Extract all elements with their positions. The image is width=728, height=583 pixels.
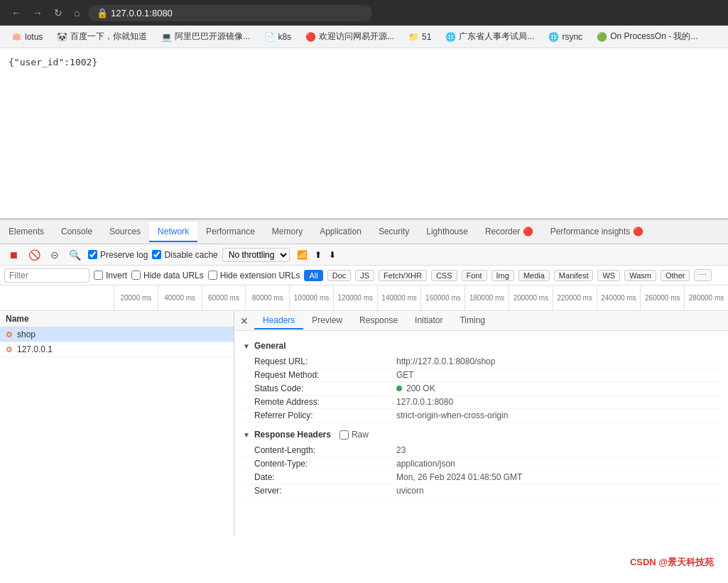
response-headers-rows: Content-Length: 23 Content-Type: applica…: [243, 444, 719, 498]
preserve-log-checkbox[interactable]: [88, 250, 97, 259]
bookmark-k8s[interactable]: 📄 k8s: [259, 31, 297, 43]
detail-tab-response[interactable]: Response: [351, 312, 406, 329]
hide-data-urls-checkbox[interactable]: [131, 271, 141, 280]
baidu-icon: 🐼: [57, 32, 67, 42]
tab-lighthouse[interactable]: Lighthouse: [418, 222, 477, 242]
timeline-20000: 20000 ms: [114, 285, 158, 310]
invert-label[interactable]: Invert: [94, 271, 127, 280]
timeline-60000: 60000 ms: [202, 285, 246, 310]
bookmark-processon[interactable]: 🟢 On ProcessOn - 我的...: [591, 29, 703, 44]
date-value: Mon, 26 Feb 2024 01:48:50 GMT: [396, 472, 719, 482]
tab-security[interactable]: Security: [370, 222, 418, 242]
bookmark-yiyou[interactable]: 🔴 欢迎访问网易开源...: [300, 29, 400, 44]
general-section-header[interactable]: General: [243, 337, 719, 355]
referrer-policy-value: strict-origin-when-cross-origin: [396, 410, 719, 420]
wifi-icon: 📶: [297, 250, 308, 260]
content-length-key: Content-Length:: [254, 445, 396, 455]
status-code-key: Status Code:: [254, 383, 396, 393]
filter-input[interactable]: [4, 268, 89, 283]
home-button[interactable]: ⌂: [71, 4, 82, 21]
tab-sources[interactable]: Sources: [101, 222, 149, 242]
url-text: 127.0.0.1:8080: [111, 8, 173, 18]
filter-wasm-button[interactable]: Wasm: [624, 270, 656, 281]
address-bar[interactable]: 🔒 127.0.0.1:8080: [88, 5, 372, 21]
bookmark-lotus[interactable]: 🪷 lotus: [6, 31, 48, 43]
back-button[interactable]: ←: [9, 4, 24, 21]
filter-ws-button[interactable]: WS: [597, 270, 620, 281]
request-method-row: Request Method: GET: [243, 369, 719, 382]
filter-js-button[interactable]: JS: [355, 270, 374, 281]
request-list-header: Name: [0, 311, 234, 327]
disable-cache-label[interactable]: Disable cache: [152, 250, 217, 260]
server-key: Server:: [254, 486, 396, 496]
filter-bar: Invert Hide data URLs Hide extension URL…: [0, 266, 728, 285]
request-method-key: Request Method:: [254, 370, 396, 380]
filter-fetchxhr-button[interactable]: Fetch/XHR: [379, 270, 427, 281]
tab-network[interactable]: Network: [149, 222, 197, 242]
remote-address-value: 127.0.0.1:8080: [396, 397, 719, 407]
referrer-policy-key: Referrer Policy:: [254, 410, 396, 420]
hide-ext-checkbox[interactable]: [208, 271, 217, 280]
invert-checkbox[interactable]: [94, 271, 103, 280]
raw-checkbox[interactable]: [339, 430, 349, 440]
lotus-icon: 🪷: [11, 32, 22, 42]
tab-elements[interactable]: Elements: [0, 222, 53, 242]
filter-img-button[interactable]: Img: [491, 270, 514, 281]
detail-tab-timing[interactable]: Timing: [451, 312, 494, 329]
detail-tab-initiator[interactable]: Initiator: [406, 312, 451, 329]
request-item-127001[interactable]: ⚙ 127.0.0.1: [0, 342, 234, 357]
tab-performance-insights[interactable]: Performance insights 🔴: [542, 222, 652, 242]
request-item-shop[interactable]: ⚙ shop: [0, 327, 234, 342]
filter-font-button[interactable]: Font: [462, 270, 487, 281]
filter-media-button[interactable]: Media: [518, 270, 550, 281]
bookmark-rsync[interactable]: 🌐 rsync: [543, 31, 588, 43]
detail-tab-headers[interactable]: Headers: [254, 312, 303, 329]
stop-recording-button[interactable]: ⏹: [6, 248, 21, 262]
hide-data-urls-label[interactable]: Hide data URLs: [131, 271, 204, 280]
tab-console[interactable]: Console: [53, 222, 101, 242]
bookmark-rsync-label: rsync: [562, 32, 582, 42]
request-url-row: Request URL: http://127.0.0.1:8080/shop: [243, 355, 719, 369]
filter-all-button[interactable]: All: [304, 270, 322, 281]
preserve-log-label[interactable]: Preserve log: [88, 250, 148, 260]
filter-manifest-button[interactable]: Manifest: [554, 270, 594, 281]
filter-doc-button[interactable]: Doc: [327, 270, 352, 281]
disable-cache-text: Disable cache: [164, 250, 217, 260]
network-panel: Name ⚙ shop ⚙ 127.0.0.1 ✕ Headers Previe…: [0, 311, 728, 535]
upload-icon: ⬆: [315, 250, 322, 260]
watermark-text: CSDN @景天科技苑: [630, 557, 714, 567]
headers-content: General Request URL: http://127.0.0.1:80…: [234, 331, 728, 503]
bookmark-51[interactable]: 📁 51: [403, 31, 437, 43]
tab-recorder[interactable]: Recorder 🔴: [477, 222, 542, 242]
request-method-value: GET: [396, 370, 719, 380]
clear-button[interactable]: 🚫: [26, 248, 43, 262]
disable-cache-checkbox[interactable]: [152, 250, 161, 259]
server-value: uvicorn: [396, 486, 719, 496]
forward-button[interactable]: →: [30, 4, 45, 21]
bookmark-guangdong[interactable]: 🌐 广东省人事考试局...: [440, 29, 540, 44]
hide-ext-text: Hide extension URLs: [220, 271, 300, 280]
filter-other-button[interactable]: Other: [661, 270, 690, 281]
filter-more-button[interactable]: ⋯: [694, 269, 712, 281]
detail-tab-preview[interactable]: Preview: [303, 312, 351, 329]
filter-css-button[interactable]: CSS: [431, 270, 457, 281]
search-button[interactable]: 🔍: [66, 248, 84, 262]
processon-icon: 🟢: [597, 32, 607, 42]
raw-checkbox-label[interactable]: Raw: [339, 430, 369, 440]
invert-text: Invert: [106, 271, 127, 280]
tab-memory[interactable]: Memory: [264, 222, 311, 242]
tab-performance[interactable]: Performance: [197, 222, 264, 242]
throttling-select[interactable]: No throttling Fast 3G Slow 3G: [222, 248, 290, 262]
refresh-button[interactable]: ↻: [51, 4, 65, 21]
bookmark-guangdong-label: 广东省人事考试局...: [459, 31, 534, 43]
preserve-log-text: Preserve log: [100, 250, 148, 260]
filter-toggle-button[interactable]: ⊝: [48, 248, 62, 262]
bookmark-baidu[interactable]: 🐼 百度一下，你就知道: [51, 29, 153, 44]
51-icon: 📁: [408, 32, 419, 42]
bookmark-alibaba[interactable]: 💻 阿里巴巴开源镜像...: [156, 29, 256, 44]
raw-label: Raw: [352, 430, 369, 440]
hide-ext-label[interactable]: Hide extension URLs: [208, 271, 300, 280]
close-detail-button[interactable]: ✕: [234, 312, 254, 329]
response-headers-section-header[interactable]: Response Headers: [243, 425, 331, 444]
tab-application[interactable]: Application: [311, 222, 370, 242]
